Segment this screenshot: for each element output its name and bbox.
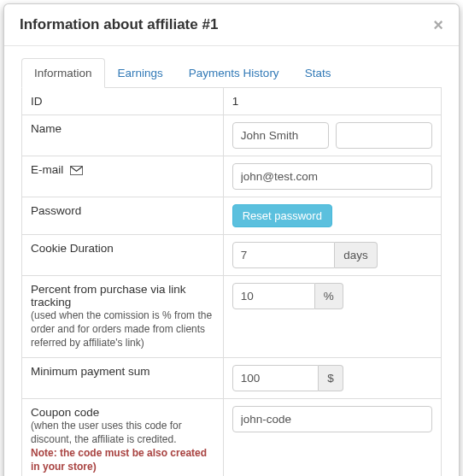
minpay-input[interactable]: [232, 365, 319, 391]
info-table: ID 1 Name E-mail: [21, 87, 442, 476]
last-name-input[interactable]: [336, 122, 432, 149]
percent-label: Percent from purchase via link tracking: [31, 283, 214, 309]
envelope-icon: [70, 166, 83, 175]
percent-help: (used when the comission is % from the o…: [31, 309, 214, 350]
tabs: Information Earnings Payments History St…: [21, 58, 442, 88]
table-row: Minimum payment sum $: [22, 357, 442, 398]
table-row: Password Reset password: [22, 197, 442, 235]
table-row: E-mail: [22, 156, 442, 197]
cookie-unit: days: [335, 242, 378, 268]
tab-payments-history[interactable]: Payments History: [176, 58, 292, 88]
tab-earnings[interactable]: Earnings: [105, 58, 176, 88]
coupon-help-1: (when the user uses this code for discou…: [31, 419, 214, 446]
coupon-code-input[interactable]: [232, 406, 432, 432]
tab-stats[interactable]: Stats: [292, 58, 344, 88]
table-row: Name: [22, 115, 442, 156]
first-name-input[interactable]: [232, 122, 329, 149]
table-row: Percent from purchase via link tracking …: [22, 276, 442, 358]
close-button[interactable]: ×: [433, 16, 443, 33]
id-label: ID: [22, 88, 224, 115]
id-value: 1: [223, 88, 441, 115]
email-input[interactable]: [232, 163, 432, 190]
coupon-label: Coupon code: [31, 406, 214, 419]
table-row: Coupon code (when the user uses this cod…: [22, 398, 442, 476]
password-label: Password: [22, 197, 224, 235]
cookie-duration-input[interactable]: [232, 242, 335, 268]
table-row: Cookie Duration days: [22, 235, 442, 276]
tab-information[interactable]: Information: [21, 58, 105, 88]
reset-password-button[interactable]: Reset password: [232, 204, 332, 227]
coupon-help-note: Note: the code must be also created in y…: [31, 446, 214, 473]
email-label: E-mail: [22, 156, 224, 197]
cookie-label: Cookie Duration: [22, 235, 224, 276]
name-label: Name: [22, 115, 224, 156]
modal-title: Information about affiliate #1: [20, 16, 218, 33]
minpay-label: Minimum payment sum: [22, 357, 224, 398]
table-row: ID 1: [22, 88, 442, 115]
percent-input[interactable]: [232, 283, 315, 309]
minpay-unit: $: [319, 365, 343, 391]
percent-unit: %: [315, 283, 343, 309]
